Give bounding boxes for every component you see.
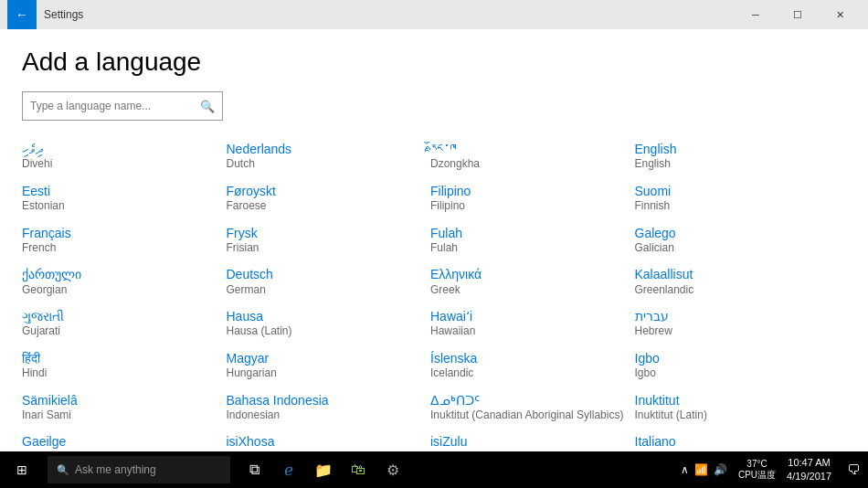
list-item[interactable]: ÍslenskaIcelandic <box>430 345 635 387</box>
list-item[interactable]: FrançaisFrench <box>22 219 227 261</box>
list-item[interactable]: ΕλληνικάGreek <box>430 260 635 302</box>
clock-date: 4/19/2017 <box>787 470 831 483</box>
lang-native-name: Galego <box>635 225 832 241</box>
close-button[interactable]: ✕ <box>819 0 861 29</box>
lang-english-name: Greek <box>430 283 628 298</box>
window-title: Settings <box>44 8 735 21</box>
list-item[interactable]: isiZuluisiZulu <box>430 428 635 451</box>
settings-icon: ⚙ <box>386 461 399 479</box>
maximize-button[interactable]: ☐ <box>777 0 819 29</box>
lang-native-name: Magyar <box>227 350 424 366</box>
list-item[interactable]: ItalianoItalian <box>635 428 840 451</box>
list-item[interactable]: FøroysktFaroese <box>227 177 431 219</box>
volume-icon[interactable]: 🔊 <box>714 463 727 476</box>
lang-native-name: Eesti <box>22 183 219 199</box>
list-item[interactable]: ქართულიGeorgian <box>22 260 227 302</box>
list-item[interactable]: हिंदीHindi <box>22 345 227 387</box>
list-item[interactable]: FulahFulah <box>430 219 635 261</box>
lang-english-name: Galician <box>635 241 832 256</box>
notification-icon: 🗨 <box>847 462 860 477</box>
sys-tray: ∧ 📶 🔊 <box>673 463 735 476</box>
lang-english-name: Gujarati <box>22 324 219 339</box>
list-item[interactable]: རྫོང་ཁDzongkha <box>430 135 635 177</box>
list-item[interactable]: isiXhosaisiXhosa <box>227 428 431 451</box>
lang-native-name: Ελληνικά <box>430 266 628 282</box>
lang-english-name: Frisian <box>227 241 424 256</box>
list-item[interactable]: KalaallisutGreenlandic <box>635 260 840 302</box>
list-item[interactable]: EnglishEnglish <box>635 135 840 177</box>
search-box[interactable]: 🔍 <box>22 91 223 121</box>
lang-native-name: English <box>635 141 832 157</box>
list-item[interactable]: עבריתHebrew <box>635 302 840 345</box>
chevron-icon[interactable]: ∧ <box>681 463 689 476</box>
list-item[interactable]: FryskFrisian <box>227 219 431 261</box>
list-item[interactable]: NederlandsDutch <box>227 135 431 177</box>
cpu-label: CPU温度 <box>738 469 776 482</box>
lang-english-name: English <box>635 157 832 172</box>
lang-english-name: Hebrew <box>635 324 832 339</box>
list-item[interactable]: SuomiFinnish <box>635 177 840 219</box>
search-input[interactable] <box>30 100 200 112</box>
lang-english-name: Dutch <box>227 157 424 172</box>
list-item[interactable]: ᐃᓄᒃᑎᑐᑦInuktitut (Canadian Aboriginal Syl… <box>430 387 635 429</box>
list-item[interactable]: ދިވެހިDivehi <box>22 135 227 177</box>
lang-native-name: Føroyskt <box>227 183 424 199</box>
windows-icon: ⊞ <box>16 462 27 477</box>
lang-english-name: Inuktitut (Canadian Aboriginal Syllabics… <box>430 408 628 423</box>
explorer-button[interactable]: 📁 <box>307 451 340 488</box>
store-button[interactable]: 🛍 <box>342 451 375 488</box>
store-icon: 🛍 <box>351 461 365 478</box>
list-item[interactable]: FilipinoFilipino <box>430 177 635 219</box>
list-item[interactable]: HawaiʻiHawaiian <box>430 302 635 345</box>
list-item[interactable]: SämikielâInari Sami <box>22 387 227 429</box>
lang-native-name: Frysk <box>227 225 424 241</box>
network-icon[interactable]: 📶 <box>694 463 708 476</box>
edge-icon: ℯ <box>284 461 293 480</box>
edge-button[interactable]: ℯ <box>272 451 305 488</box>
list-item[interactable]: InuktitutInuktitut (Latin) <box>635 387 840 429</box>
list-item[interactable]: DeutschGerman <box>227 260 431 302</box>
lang-english-name: Dzongkha <box>430 157 628 172</box>
task-view-icon: ⧉ <box>249 461 259 478</box>
lang-english-name: Hausa (Latin) <box>227 324 424 339</box>
taskbar-icons: ⧉ ℯ 📁 🛍 ⚙ <box>238 451 409 488</box>
cpu-temp[interactable]: 37°C CPU温度 <box>735 459 779 482</box>
lang-english-name: Inari Sami <box>22 408 219 423</box>
page-title: Add a language <box>22 48 846 77</box>
list-item[interactable]: ગુજરાતીGujarati <box>22 302 227 345</box>
temp-value: 37°C <box>746 459 767 469</box>
lang-native-name: Igbo <box>635 350 832 366</box>
window-controls: ─ ☐ ✕ <box>735 0 861 29</box>
title-bar: ← Settings ─ ☐ ✕ <box>0 0 868 29</box>
task-view-button[interactable]: ⧉ <box>238 451 270 488</box>
lang-native-name: Fulah <box>430 225 628 241</box>
clock[interactable]: 10:47 AM 4/19/2017 <box>779 456 839 484</box>
taskbar: ⊞ 🔍 Ask me anything ⧉ ℯ 📁 🛍 ⚙ ∧ 📶 🔊 37°C… <box>0 451 868 488</box>
start-button[interactable]: ⊞ <box>0 451 44 488</box>
list-item[interactable]: Bahasa IndonesiaIndonesian <box>227 387 431 429</box>
lang-native-name: ქართული <box>22 266 219 282</box>
lang-english-name: Estonian <box>22 199 219 214</box>
lang-native-name: Suomi <box>635 183 832 199</box>
notification-button[interactable]: 🗨 <box>839 451 868 488</box>
list-item[interactable]: HausaHausa (Latin) <box>227 302 431 345</box>
lang-english-name: Hawaiian <box>430 324 628 339</box>
list-item[interactable]: IgboIgbo <box>635 345 840 387</box>
list-item[interactable]: GalegoGalician <box>635 219 840 261</box>
lang-native-name: Nederlands <box>227 141 424 157</box>
explorer-icon: 📁 <box>314 461 333 479</box>
lang-english-name: Fulah <box>430 241 628 256</box>
list-item[interactable]: EestiEstonian <box>22 177 227 219</box>
main-content: Add a language 🔍 ދިވެހިDivehiNederlandsD… <box>0 29 868 451</box>
back-button[interactable]: ← <box>7 0 37 29</box>
minimize-button[interactable]: ─ <box>735 0 777 29</box>
lang-native-name: Filipino <box>430 183 628 199</box>
lang-native-name: isiZulu <box>430 433 628 450</box>
taskbar-search[interactable]: 🔍 Ask me anything <box>48 456 230 483</box>
lang-english-name: Greenlandic <box>635 283 832 298</box>
list-item[interactable]: GaeilgeIrish <box>22 428 227 451</box>
list-item[interactable]: MagyarHungarian <box>227 345 431 387</box>
lang-native-name: Íslenska <box>430 350 628 366</box>
lang-english-name: Igbo <box>635 366 832 381</box>
settings-button[interactable]: ⚙ <box>376 451 409 488</box>
